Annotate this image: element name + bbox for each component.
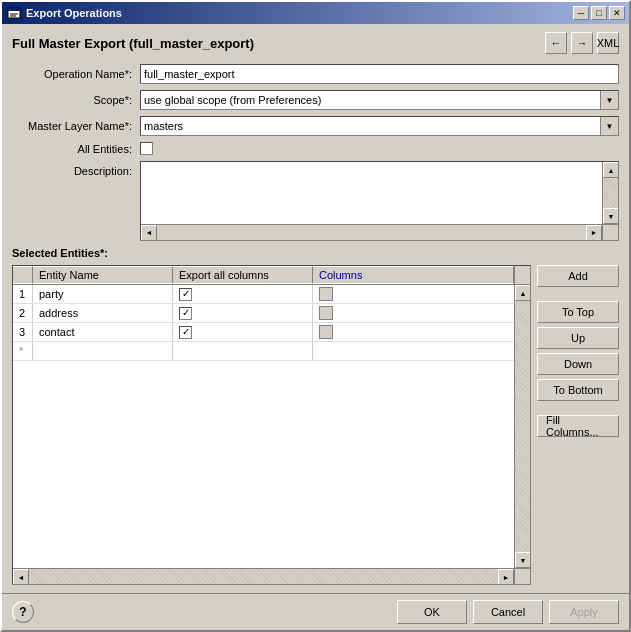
to-top-button[interactable]: To Top <box>537 301 619 323</box>
row-columns[interactable] <box>313 285 514 303</box>
forward-button[interactable]: → <box>571 32 593 54</box>
description-scrollbar-h[interactable]: ◄ ► <box>141 224 602 240</box>
col-header-num[interactable] <box>13 266 33 284</box>
window-title: Export Operations <box>26 7 573 19</box>
dialog-title: Full Master Export (full_master_export) <box>12 36 254 51</box>
cancel-button[interactable]: Cancel <box>473 600 543 624</box>
apply-button[interactable]: Apply <box>549 600 619 624</box>
dialog-header: Full Master Export (full_master_export) … <box>12 32 619 54</box>
scope-dropdown-arrow[interactable]: ▼ <box>600 91 618 109</box>
scroll-right-btn[interactable]: ► <box>586 225 602 241</box>
table-header: Entity Name Export all columns Columns <box>13 266 530 285</box>
export-checkbox[interactable] <box>179 326 192 339</box>
scope-label: Scope*: <box>12 94 132 106</box>
master-layer-row: Master Layer Name*: masters ▼ <box>12 116 619 136</box>
scroll-up-btn[interactable]: ▲ <box>603 162 619 178</box>
row-columns[interactable] <box>313 323 514 341</box>
bottom-bar: ? OK Cancel Apply <box>2 593 629 630</box>
minimize-button[interactable]: ─ <box>573 6 589 20</box>
scroll-corner <box>602 224 618 240</box>
table-row[interactable]: 2 address <box>13 304 514 323</box>
table-row[interactable]: 1 party <box>13 285 514 304</box>
bottom-left: ? <box>12 601 34 623</box>
table-scroll-track-h <box>29 569 498 584</box>
row-entity: address <box>33 304 173 322</box>
operation-name-row: Operation Name*: <box>12 64 619 84</box>
scroll-down-btn[interactable]: ▼ <box>603 208 619 224</box>
table-body: 1 party 2 address <box>13 285 530 377</box>
title-bar: Export Operations ─ □ ✕ <box>2 2 629 24</box>
row-export-checkbox[interactable] <box>173 285 313 303</box>
add-button[interactable]: Add <box>537 265 619 287</box>
svg-rect-1 <box>8 8 20 11</box>
operation-name-input[interactable] <box>140 64 619 84</box>
xml-button[interactable]: XML <box>597 32 619 54</box>
master-layer-label: Master Layer Name*: <box>12 120 132 132</box>
table-scroll-track-v <box>515 301 530 552</box>
col-header-export[interactable]: Export all columns <box>173 266 313 284</box>
table-scroll-right[interactable]: ► <box>498 569 514 584</box>
description-row: Description: ▲ ▼ ◄ ► <box>12 161 619 241</box>
row-columns[interactable] <box>313 304 514 322</box>
scroll-track-v <box>603 178 618 208</box>
to-bottom-button[interactable]: To Bottom <box>537 379 619 401</box>
row-columns-new <box>313 342 514 360</box>
row-entity-new[interactable] <box>33 342 173 360</box>
columns-icon[interactable] <box>319 306 333 320</box>
col-header-columns[interactable]: Columns <box>313 266 514 284</box>
close-button[interactable]: ✕ <box>609 6 625 20</box>
content-area: Full Master Export (full_master_export) … <box>2 24 629 593</box>
selected-entities-label: Selected Entities*: <box>12 247 108 259</box>
row-num: 2 <box>13 304 33 322</box>
master-layer-value: masters <box>141 117 600 135</box>
table-row[interactable]: 3 contact <box>13 323 514 342</box>
columns-icon[interactable] <box>319 325 333 339</box>
table-scroll-left[interactable]: ◄ <box>13 569 29 584</box>
entities-section: Entity Name Export all columns Columns 1… <box>12 265 619 585</box>
description-box: ▲ ▼ ◄ ► <box>140 161 619 241</box>
table-scroll-up[interactable]: ▲ <box>515 285 530 301</box>
help-button[interactable]: ? <box>12 601 34 623</box>
scope-select[interactable]: use global scope (from Preferences) ▼ <box>140 90 619 110</box>
col-header-entity[interactable]: Entity Name <box>33 266 173 284</box>
description-scrollbar-v[interactable]: ▲ ▼ <box>602 162 618 224</box>
all-entities-row: All Entities: <box>12 142 619 155</box>
all-entities-label: All Entities: <box>12 143 132 155</box>
row-export-checkbox[interactable] <box>173 304 313 322</box>
maximize-button[interactable]: □ <box>591 6 607 20</box>
main-window: Export Operations ─ □ ✕ Full Master Expo… <box>0 0 631 632</box>
operation-name-label: Operation Name*: <box>12 68 132 80</box>
table-scroll-down[interactable]: ▼ <box>515 552 530 568</box>
bottom-right: OK Cancel Apply <box>397 600 619 624</box>
fill-columns-button[interactable]: Fill Columns... <box>537 415 619 437</box>
columns-icon[interactable] <box>319 287 333 301</box>
description-label: Description: <box>12 161 132 241</box>
export-checkbox[interactable] <box>179 307 192 320</box>
scope-value: use global scope (from Preferences) <box>141 91 600 109</box>
row-entity: party <box>33 285 173 303</box>
all-entities-checkbox[interactable] <box>140 142 153 155</box>
export-checkbox[interactable] <box>179 288 192 301</box>
table-scroll-corner <box>514 568 530 584</box>
ok-button[interactable]: OK <box>397 600 467 624</box>
row-num-new: * <box>13 342 33 360</box>
table-scrollbar-h[interactable]: ◄ ► <box>13 568 514 584</box>
window-icon <box>6 5 22 21</box>
master-layer-dropdown-arrow[interactable]: ▼ <box>600 117 618 135</box>
back-button[interactable]: ← <box>545 32 567 54</box>
header-icons: ← → XML <box>545 32 619 54</box>
scroll-left-btn[interactable]: ◄ <box>141 225 157 241</box>
row-export-checkbox[interactable] <box>173 323 313 341</box>
table-scrollbar-v[interactable]: ▲ ▼ <box>514 285 530 568</box>
table-row-new[interactable]: * <box>13 342 514 361</box>
scope-row: Scope*: use global scope (from Preferenc… <box>12 90 619 110</box>
selected-entities-section-label: Selected Entities*: <box>12 247 619 259</box>
row-num: 3 <box>13 323 33 341</box>
down-button[interactable]: Down <box>537 353 619 375</box>
side-buttons: Add To Top Up Down To Bottom Fill Column… <box>537 265 619 585</box>
row-entity: contact <box>33 323 173 341</box>
up-button[interactable]: Up <box>537 327 619 349</box>
title-bar-buttons: ─ □ ✕ <box>573 6 625 20</box>
master-layer-select[interactable]: masters ▼ <box>140 116 619 136</box>
row-export-new <box>173 342 313 360</box>
